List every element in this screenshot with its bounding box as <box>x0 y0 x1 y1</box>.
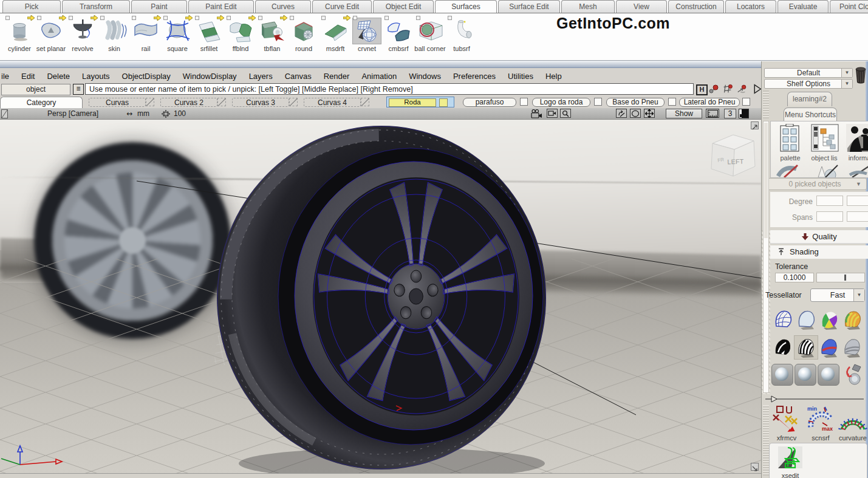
tool-ball-corner[interactable]: ball corner <box>414 16 446 52</box>
wheel-model[interactable] <box>217 126 546 469</box>
option-arrow-icon[interactable] <box>217 15 224 21</box>
tool-xsedit[interactable]: xsedit <box>775 445 805 478</box>
menu-render[interactable]: Render <box>318 72 356 81</box>
camera-label[interactable]: Persp [Camera] <box>47 109 98 118</box>
prompt-history-icon[interactable]: ≡ <box>73 84 84 95</box>
diagnostic-sphere-button-3[interactable] <box>818 364 839 386</box>
clipped-tool-icon[interactable] <box>811 164 839 178</box>
layer-symmetry-toggle[interactable] <box>146 98 154 106</box>
menu-delete[interactable]: Delete <box>41 72 76 81</box>
menu-windows[interactable]: Windows <box>403 72 447 81</box>
palette-tab-view[interactable]: View <box>616 0 667 13</box>
layer-tab-logo-da-roda[interactable]: Logo da roda <box>532 98 590 107</box>
shelf-tab-learning[interactable]: learning#2 <box>787 92 832 106</box>
object-lister-icon[interactable] <box>811 124 839 152</box>
tool-tbflan[interactable]: tbflan <box>256 16 288 52</box>
tool-ffblnd[interactable]: ffblnd <box>225 16 256 52</box>
diagnostic-sphere-button-2[interactable] <box>795 364 816 386</box>
palette-tab-locators[interactable]: Locators <box>725 0 776 13</box>
menu-animation[interactable]: Animation <box>355 72 403 81</box>
layer-tab-parafuso[interactable]: parafuso <box>463 98 516 107</box>
layer-symmetry-toggle[interactable] <box>217 98 226 106</box>
shading-section-row[interactable]: Shading <box>770 245 868 259</box>
option-arrow-icon[interactable] <box>91 15 98 21</box>
level-button[interactable]: 3 <box>724 109 736 118</box>
tolerance-slider[interactable] <box>816 273 865 282</box>
menu-file[interactable]: ile <box>0 72 15 81</box>
shelf-drag-strip[interactable] <box>763 90 769 118</box>
chevron-down-icon[interactable]: ▼ <box>853 289 864 301</box>
information-icon[interactable] <box>846 124 868 152</box>
layer-tab-curvas-3[interactable]: Curvas 3 <box>232 98 289 107</box>
layer-logo-checkbox[interactable] <box>594 98 602 106</box>
pick-object-icon[interactable] <box>708 84 719 94</box>
degree-field-2[interactable] <box>847 196 868 206</box>
layer-lateral-checkbox[interactable] <box>742 98 750 106</box>
pick-mode-selector[interactable]: object <box>1 84 70 95</box>
menu-utilities[interactable]: Utilities <box>502 72 539 81</box>
ruler-button[interactable] <box>706 109 719 118</box>
palette-tab-construction[interactable]: Construction <box>668 0 724 13</box>
option-arrow-icon[interactable] <box>343 15 350 21</box>
layer-tab-curvas[interactable]: Curvas <box>89 98 146 107</box>
shade-blueband-button[interactable] <box>818 336 841 359</box>
chevron-down-icon[interactable]: ▼ <box>841 80 852 88</box>
layer-tab-curvas-2[interactable]: Curvas 2 <box>160 98 217 107</box>
degree-field-1[interactable] <box>816 196 843 206</box>
shade-wireframe-button[interactable] <box>771 308 795 331</box>
layer-tab-lateral-do-pneu[interactable]: Lateral do Pneu <box>679 98 740 107</box>
clipped-tool-icon[interactable] <box>776 164 804 178</box>
menu-help[interactable]: Help <box>539 72 568 81</box>
tool-revolve[interactable]: revolve <box>67 16 98 52</box>
shade-single-button[interactable] <box>795 308 818 331</box>
clipped-tool-icon[interactable] <box>846 164 868 178</box>
shelf-set-dropdown[interactable]: Default▼ <box>764 68 853 78</box>
shelf-options-dropdown[interactable]: Shelf Options▼ <box>764 79 853 89</box>
option-arrow-icon[interactable] <box>27 15 35 21</box>
pane-corner-icon[interactable] <box>1 109 8 118</box>
picked-objects-dropdown[interactable]: 0 picked objects▼ <box>763 178 867 190</box>
palette-tab-pick[interactable]: Pick <box>2 0 61 13</box>
lasso-select-button[interactable] <box>630 109 641 118</box>
layer-tab-roda[interactable]: Roda <box>389 98 436 107</box>
pick-template-icon[interactable] <box>736 84 747 94</box>
chevron-down-icon[interactable]: ▼ <box>841 69 852 77</box>
palette-tab-curve-edit[interactable]: Curve Edit <box>312 0 372 13</box>
shade-zebra-button[interactable] <box>795 336 818 359</box>
track-button[interactable] <box>644 109 655 118</box>
tolerance-field[interactable] <box>775 273 814 282</box>
menu-layouts[interactable]: Layouts <box>76 72 116 81</box>
show-button[interactable]: Show <box>666 109 702 118</box>
viewport-header[interactable]: Persp [Camera] ↔ mm 100 Show 3 <box>0 108 761 120</box>
layer-symmetry-toggle[interactable] <box>289 98 298 106</box>
shelf-drag-strip[interactable] <box>763 405 769 476</box>
pick-component-icon[interactable] <box>722 84 733 94</box>
layer-category-tab[interactable]: Category <box>0 97 83 108</box>
tool-scnsrf[interactable]: minmax scnsrf <box>805 405 836 442</box>
layer-roda-checkbox[interactable] <box>439 98 448 107</box>
palette-icon[interactable] <box>776 124 804 152</box>
perspective-viewport[interactable]: LEFT FR Persp [Camera] ↔ mm 100 Show 3 <box>0 108 761 473</box>
menu-canvas[interactable]: Canvas <box>279 72 318 81</box>
tool-square[interactable]: square <box>162 16 193 52</box>
assign-shader-button[interactable] <box>841 363 864 386</box>
menu-preferences[interactable]: Preferences <box>447 72 502 81</box>
layer-parafuso-checkbox[interactable] <box>520 98 528 106</box>
tool-round[interactable]: round <box>288 16 320 52</box>
prompt-input[interactable] <box>85 83 694 95</box>
palette-tab-paint-edit[interactable]: Paint Edit <box>188 0 254 13</box>
palette-tab-object-edit[interactable]: Object Edit <box>373 0 434 13</box>
palette-tab-mesh[interactable]: Mesh <box>561 0 615 13</box>
trash-icon[interactable] <box>854 66 867 84</box>
tool-msdrft[interactable]: msdrft <box>320 16 351 52</box>
spans-field-2[interactable] <box>847 211 868 222</box>
window-layout-icon[interactable] <box>739 109 749 118</box>
pane-resize-icon-bottom[interactable] <box>751 463 759 471</box>
tool-skin[interactable]: skin <box>98 16 130 52</box>
shade-metal-button[interactable] <box>841 336 864 359</box>
option-arrow-icon[interactable] <box>154 15 161 21</box>
tool-cmbsrf[interactable]: cmbsrf <box>383 16 414 52</box>
shade-stripes-button[interactable] <box>841 308 864 331</box>
option-arrow-icon[interactable] <box>59 15 66 21</box>
panel-scrollbar[interactable] <box>763 121 769 393</box>
